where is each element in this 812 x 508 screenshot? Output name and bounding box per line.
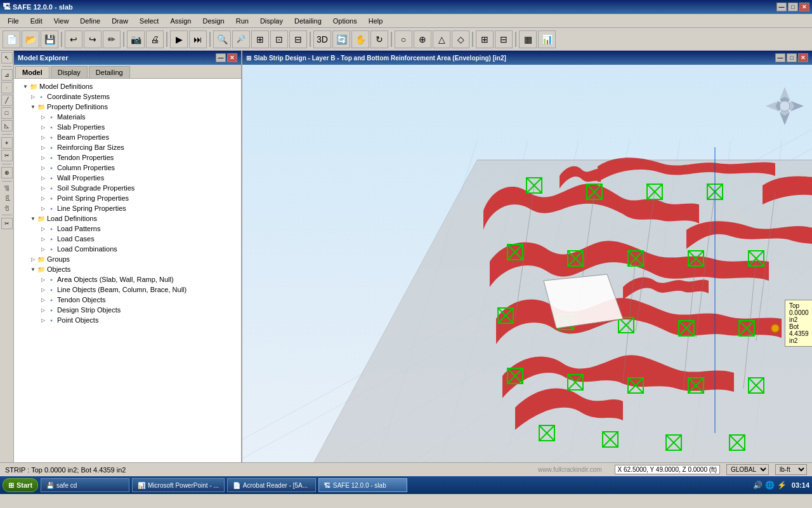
- menu-view[interactable]: View: [49, 16, 74, 26]
- tree-arrow-tendon-props[interactable]: ▷: [39, 154, 47, 161]
- systray-sound-icon[interactable]: 🔊: [753, 481, 763, 490]
- taskbar-item-safe[interactable]: 🏗 SAFE 12.0.0 - slab: [318, 478, 407, 492]
- minimize-button[interactable]: —: [776, 3, 787, 11]
- tree-arrow-load-defs[interactable]: ▼: [29, 215, 37, 222]
- tree-arrow-objects[interactable]: ▼: [29, 265, 37, 273]
- tree-arrow-groups[interactable]: ▷: [29, 255, 37, 263]
- units-select[interactable]: lb-ft kip-ft kN-m: [775, 464, 807, 475]
- zoom-out-button[interactable]: 🔎: [232, 30, 250, 48]
- tree-arrow-tendon-objects[interactable]: ▷: [39, 296, 47, 304]
- taskbar-item-acrobat[interactable]: 📄 Acrobat Reader - [5A...: [227, 478, 316, 492]
- extrude-button[interactable]: △: [433, 30, 450, 48]
- tree-wall-props[interactable]: ▷ ▪ Wall Properties: [16, 173, 239, 183]
- tree-load-cases[interactable]: ▷ ▪ Load Cases: [16, 234, 239, 244]
- zoom-fit-button[interactable]: ⊞: [251, 30, 269, 48]
- circle-button[interactable]: ○: [395, 30, 412, 48]
- taskbar-item-powerpoint[interactable]: 📊 Microsoft PowerPoint - ...: [132, 478, 225, 492]
- tree-arrow-column-props[interactable]: ▷: [39, 164, 47, 171]
- view-restore-btn[interactable]: □: [787, 53, 797, 62]
- scissors-tool[interactable]: ✂: [1, 218, 13, 229]
- menu-detailing[interactable]: Detailing: [289, 16, 327, 26]
- close-button[interactable]: ✕: [799, 3, 809, 11]
- maximize-button[interactable]: □: [788, 3, 798, 11]
- zoom-window-button[interactable]: ⊡: [270, 30, 288, 48]
- menu-assign[interactable]: Assign: [165, 16, 196, 26]
- tree-arrow-design-strip[interactable]: ▷: [39, 306, 47, 314]
- tree-arrow-wall-props[interactable]: ▷: [39, 174, 47, 182]
- save-button[interactable]: 💾: [41, 30, 58, 48]
- tree-design-strip[interactable]: ▷ ▪ Design Strip Objects: [16, 305, 239, 315]
- tree-model-defs[interactable]: ▼ 📁 Model Definitions: [16, 81, 239, 91]
- rotate-button[interactable]: ↻: [370, 30, 388, 48]
- tree-arrow-model-defs[interactable]: ▼: [22, 83, 29, 90]
- menu-draw[interactable]: Draw: [107, 16, 133, 26]
- tree-arrow-point-objects[interactable]: ▷: [39, 316, 47, 324]
- draw-point-tool[interactable]: ·: [1, 82, 13, 93]
- run-all-button[interactable]: ⏭: [189, 30, 207, 48]
- new-button[interactable]: 📄: [3, 30, 20, 48]
- tree-load-patterns[interactable]: ▷ ▪ Load Patterns: [16, 224, 239, 234]
- tree-point-spring[interactable]: ▷ ▪ Point Spring Properties: [16, 193, 239, 203]
- tab-model[interactable]: Model: [15, 66, 49, 78]
- explorer-min-btn[interactable]: —: [216, 53, 226, 62]
- pan-button[interactable]: ✋: [351, 30, 369, 48]
- tree-arrow-area-objects[interactable]: ▷: [39, 276, 47, 283]
- tree-arrow-rebar-sizes[interactable]: ▷: [39, 144, 47, 151]
- menu-edit[interactable]: Edit: [25, 16, 48, 26]
- menu-file[interactable]: File: [3, 16, 24, 26]
- tree-beam-props[interactable]: ▷ ▪ Beam Properties: [16, 132, 239, 142]
- tree-arrow-slab-props[interactable]: ▷: [39, 123, 47, 131]
- tree-groups[interactable]: ▷ 📁 Groups: [16, 254, 239, 264]
- node-button[interactable]: ◇: [452, 30, 469, 48]
- tree-arrow-load-combos[interactable]: ▷: [39, 245, 47, 253]
- tree-arrow-beam-props[interactable]: ▷: [39, 133, 47, 141]
- zoom-prev-button[interactable]: ⊟: [289, 30, 307, 48]
- tab-display[interactable]: Display: [51, 66, 88, 78]
- tree-objects[interactable]: ▼ 📁 Objects: [16, 264, 239, 274]
- tree-coord-sys[interactable]: ▷ ▪ Coordinate Systems: [16, 91, 239, 102]
- explorer-close-btn[interactable]: ✕: [227, 53, 237, 62]
- tree-arrow-point-spring[interactable]: ▷: [39, 194, 47, 202]
- chart-button[interactable]: 📊: [538, 30, 556, 48]
- coord-system-select[interactable]: GLOBAL LOCAL: [726, 464, 769, 475]
- frame-button[interactable]: ⊟: [495, 30, 513, 48]
- assign-tool[interactable]: ⊕: [1, 167, 13, 178]
- undo-button[interactable]: ↩: [65, 30, 82, 48]
- tree-arrow-soil-props[interactable]: ▷: [39, 184, 47, 192]
- tree-arrow-prop-defs[interactable]: ▼: [29, 103, 37, 110]
- tree-prop-defs[interactable]: ▼ 📁 Property Definitions: [16, 102, 239, 112]
- draw-area-tool[interactable]: □: [1, 107, 13, 119]
- screenshot-button[interactable]: 📷: [127, 30, 145, 48]
- start-button[interactable]: ⊞ Start: [3, 478, 38, 492]
- tree-arrow-load-cases[interactable]: ▷: [39, 235, 47, 243]
- 3d-view-button[interactable]: 3D: [313, 30, 331, 48]
- print-button[interactable]: 🖨: [146, 30, 164, 48]
- tab-detailing[interactable]: Detailing: [89, 66, 130, 78]
- reshape-tool[interactable]: ⊿: [1, 69, 13, 81]
- menu-run[interactable]: Run: [231, 16, 254, 26]
- menu-select[interactable]: Select: [134, 16, 164, 26]
- tree-arrow-load-patterns[interactable]: ▷: [39, 225, 47, 232]
- tree-line-spring[interactable]: ▷ ▪ Line Spring Properties: [16, 203, 239, 213]
- tree-tendon-objects[interactable]: ▷ ▪ Tendon Objects: [16, 295, 239, 305]
- menu-define[interactable]: Define: [75, 16, 105, 26]
- tree-materials[interactable]: ▷ ▪ Materials: [16, 112, 239, 122]
- draw-frame-tool[interactable]: ╱: [1, 95, 13, 106]
- systray-power-icon[interactable]: ⚡: [777, 481, 787, 490]
- tree-rebar-sizes[interactable]: ▷ ▪ Reinforcing Bar Sizes: [16, 142, 239, 152]
- spin-button[interactable]: 🔄: [332, 30, 350, 48]
- menu-help[interactable]: Help: [363, 16, 388, 26]
- view-title-buttons[interactable]: — □ ✕: [775, 53, 808, 62]
- tree-arrow-coord-sys[interactable]: ▷: [29, 93, 37, 100]
- toggle-button[interactable]: ⊞: [476, 30, 494, 48]
- menu-design[interactable]: Design: [197, 16, 229, 26]
- section-cut-tool[interactable]: ✂: [1, 150, 13, 161]
- table-button[interactable]: ▦: [519, 30, 537, 48]
- systray-network-icon[interactable]: 🌐: [765, 481, 775, 490]
- view-min-btn[interactable]: —: [775, 53, 785, 62]
- tree-line-objects[interactable]: ▷ ▪ Line Objects (Beam, Column, Brace, N…: [16, 284, 239, 295]
- run-button[interactable]: ▶: [170, 30, 188, 48]
- tree-load-defs[interactable]: ▼ 📁 Load Definitions: [16, 213, 239, 224]
- redo-button[interactable]: ↪: [84, 30, 102, 48]
- tree-arrow-line-spring[interactable]: ▷: [39, 204, 47, 212]
